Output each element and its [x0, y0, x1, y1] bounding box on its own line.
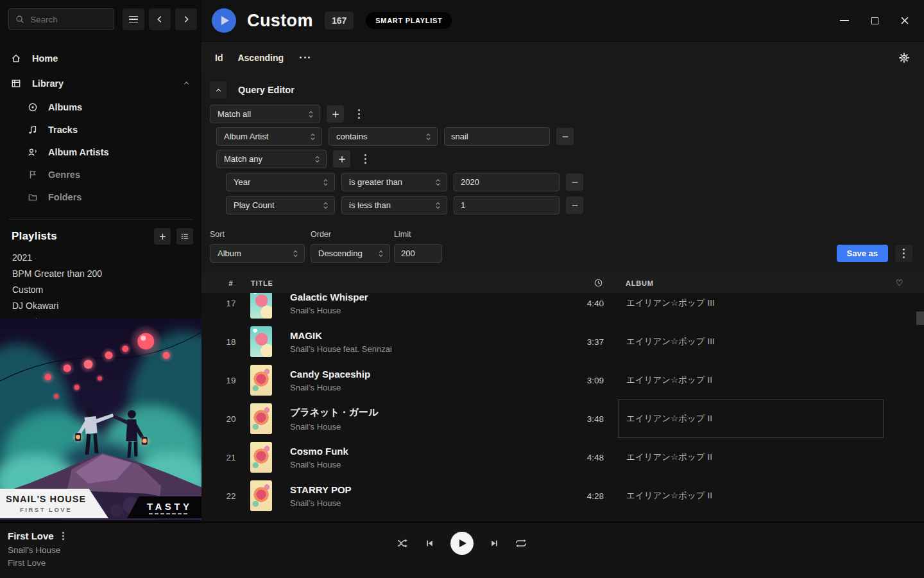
track-artist: Snail’s House: [290, 422, 563, 432]
column-title[interactable]: TITLE: [245, 279, 563, 287]
save-options-button[interactable]: [895, 245, 912, 262]
add-playlist-button[interactable]: [154, 228, 171, 245]
sidebar-item-label: Tracks: [48, 125, 78, 135]
track-album[interactable]: エイリアン☆ポップ II: [618, 438, 884, 477]
remove-rule-button[interactable]: [566, 173, 583, 191]
minus-icon: [570, 178, 579, 187]
track-row[interactable]: 22 STARRY POPSnail’s House 4:28 エイリアン☆ポッ…: [201, 477, 924, 515]
updown-icon: [435, 178, 441, 187]
save-as-button[interactable]: Save as: [837, 245, 888, 262]
brand-sub-marks: [149, 513, 187, 514]
sidebar-item-label: Albums: [48, 102, 82, 112]
track-options-button[interactable]: [62, 535, 64, 537]
track-row[interactable]: 18 MAGIKSnail’s House feat. Sennzai 3:37…: [201, 322, 924, 361]
search-input[interactable]: [30, 15, 107, 24]
repeat-button[interactable]: [515, 539, 527, 548]
sidebar-item-library[interactable]: Library: [0, 71, 201, 96]
play-icon: [459, 539, 466, 547]
more-options-button[interactable]: [300, 57, 310, 58]
minimize-icon: [840, 20, 849, 21]
plus-icon: [331, 110, 340, 119]
sidebar-item-albums[interactable]: Albums: [0, 96, 201, 118]
column-duration[interactable]: [594, 279, 603, 287]
group-options-button[interactable]: [357, 150, 374, 168]
search-icon: [15, 15, 24, 24]
track-album-focused[interactable]: エイリアン☆ポップ II: [618, 399, 884, 438]
track-album[interactable]: エイリアン☆ポップ II: [618, 477, 884, 515]
window-close-button[interactable]: [900, 15, 910, 26]
sort-field-button[interactable]: Id: [215, 53, 223, 63]
rule-value-input[interactable]: [454, 173, 560, 191]
sidebar-item-genres[interactable]: Genres: [0, 163, 201, 186]
rule-field-select[interactable]: Play Count: [226, 196, 335, 215]
track-album[interactable]: エイリアン☆ポップ III: [618, 322, 884, 361]
add-rule-button[interactable]: [327, 105, 344, 123]
track-row[interactable]: 19 Candy SpaceshipSnail’s House 3:09 エイリ…: [201, 361, 924, 399]
group-options-button[interactable]: [350, 105, 368, 123]
add-rule-button[interactable]: [333, 150, 350, 168]
plus-icon: [338, 155, 346, 164]
sidebar-item-home[interactable]: Home: [0, 46, 201, 71]
previous-track-button[interactable]: [425, 539, 434, 548]
sort-direction-button[interactable]: Ascending: [237, 53, 284, 63]
list-icon: [180, 232, 189, 241]
sidebar-item-album-artists[interactable]: Album Artists: [0, 141, 201, 163]
track-row[interactable]: 20 プラネット・ガールSnail’s House 3:48 エイリアン☆ポップ…: [201, 399, 924, 438]
play-playlist-button[interactable]: [212, 8, 236, 33]
window-maximize-button[interactable]: [869, 15, 880, 26]
column-album[interactable]: ALBUM: [618, 279, 884, 287]
rule-field-select[interactable]: Year: [226, 173, 335, 191]
rule-value-input[interactable]: [444, 127, 550, 146]
match-mode-select[interactable]: Match all: [210, 105, 320, 123]
back-button[interactable]: [149, 8, 171, 30]
playlist-item[interactable]: BPM Greater than 200: [0, 266, 201, 282]
sidebar-item-folders[interactable]: Folders: [0, 186, 201, 208]
playlist-item[interactable]: 2021: [0, 250, 201, 266]
shuffle-icon: [397, 539, 409, 548]
settings-button[interactable]: [898, 52, 910, 64]
track-artist: Snail’s House feat. Sennzai: [290, 344, 563, 354]
sidebar-item-tracks[interactable]: Tracks: [0, 118, 201, 141]
album-banner-brand: TASTY: [127, 496, 201, 518]
column-favorite[interactable]: ♡: [896, 278, 903, 288]
track-album[interactable]: エイリアン☆ポップ II: [618, 361, 884, 399]
column-number[interactable]: #: [217, 279, 245, 287]
track-album[interactable]: エイリアン☆ポップ III: [618, 293, 884, 322]
search-box[interactable]: [8, 8, 114, 30]
updown-icon: [425, 132, 431, 141]
app-window: Home Library Albums Tracks Album Artists…: [0, 0, 924, 578]
playlist-item[interactable]: DJ Okawari: [0, 298, 201, 314]
track-row[interactable]: 17 Galactic WhisperSnail’s House 4:40 エイ…: [201, 293, 924, 322]
rule-value-input[interactable]: [454, 196, 560, 215]
rule-operator-select[interactable]: is greater than: [341, 173, 447, 191]
album-banner-title: FIRST LOVE: [20, 506, 72, 513]
play-pause-button[interactable]: [450, 532, 474, 555]
remove-rule-button[interactable]: [556, 128, 574, 145]
rule-operator-select[interactable]: is less than: [341, 196, 447, 215]
album-banner-artist: SNAIL'S HOUSE: [6, 494, 86, 504]
sort-select[interactable]: Album: [210, 244, 305, 263]
collapse-query-editor-button[interactable]: [210, 82, 227, 98]
minus-icon: [561, 132, 570, 141]
playlist-item[interactable]: Custom: [0, 282, 201, 298]
remove-rule-button[interactable]: [566, 197, 583, 214]
next-track-button[interactable]: [490, 539, 499, 548]
rule-field-select[interactable]: Album Artist: [216, 127, 322, 146]
track-artist: Snail’s House: [290, 460, 563, 469]
window-minimize-button[interactable]: [839, 15, 850, 26]
scrollbar-thumb[interactable]: [916, 311, 924, 325]
menu-button[interactable]: [123, 8, 144, 30]
updown-icon: [435, 201, 441, 210]
order-select[interactable]: Descending: [311, 244, 390, 263]
now-playing-title: First Love: [8, 530, 54, 541]
shuffle-button[interactable]: [397, 539, 409, 548]
match-mode-select[interactable]: Match any: [216, 150, 327, 168]
forward-button[interactable]: [175, 8, 197, 30]
playlist-view-button[interactable]: [176, 228, 193, 245]
limit-input[interactable]: [394, 244, 442, 263]
track-row[interactable]: 21 Cosmo FunkSnail’s House 4:48 エイリアン☆ポッ…: [201, 438, 924, 477]
sort-toolbar: Id Ascending: [201, 41, 924, 73]
folder-icon: [28, 192, 38, 202]
rule-operator-select[interactable]: contains: [329, 127, 438, 146]
album-thumbnail: [250, 403, 272, 434]
